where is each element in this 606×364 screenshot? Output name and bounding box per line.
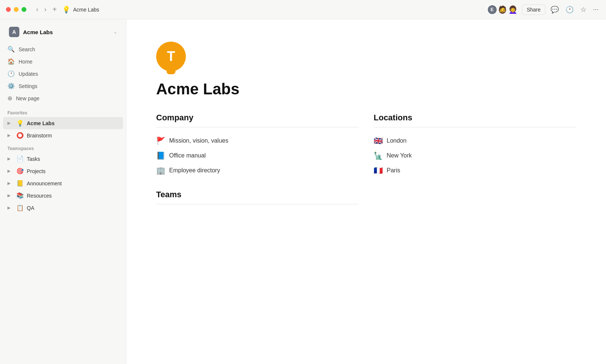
company-section: Company 🚩 Mission, vision, values 📘 Offi… [156, 113, 359, 210]
link-employee-directory[interactable]: 🏢 Employee directory [156, 163, 359, 178]
content-grid: Company 🚩 Mission, vision, values 📘 Offi… [156, 113, 576, 210]
sidebar-item-tasks[interactable]: ▶ 📄 Tasks [3, 153, 123, 165]
chevron-resources-icon: ▶ [7, 193, 13, 198]
company-divider [156, 127, 359, 127]
chevron-qa-icon: ▶ [7, 205, 13, 210]
sidebar-projects-label: Projects [27, 168, 46, 174]
sidebar: A Acme Labs ⌄ 🔍 Search 🏠 Home 🕐 Updates … [0, 19, 126, 364]
avatar-emoji-2: 👩‍🦱 [508, 4, 518, 15]
link-paris[interactable]: 🇫🇷 Paris [374, 163, 576, 178]
window-controls [6, 7, 26, 12]
main-layout: A Acme Labs ⌄ 🔍 Search 🏠 Home 🕐 Updates … [0, 19, 606, 364]
projects-icon: 🎯 [16, 168, 24, 175]
page-bulb-icon: T [167, 49, 175, 64]
settings-icon: ⚙️ [7, 82, 15, 90]
comment-button[interactable]: 💬 [549, 4, 560, 15]
sidebar-item-search[interactable]: 🔍 Search [3, 43, 123, 55]
history-button[interactable]: 🕐 [564, 4, 575, 15]
avatar-group: E 🧔 👩‍🦱 [487, 4, 518, 15]
more-button[interactable]: ··· [592, 4, 600, 15]
chevron-projects-icon: ▶ [7, 169, 13, 173]
favorites-section-title: Favorites [0, 106, 126, 117]
office-manual-label: Office manual [169, 152, 206, 159]
workspace-chevron-icon: ⌄ [113, 29, 117, 35]
sidebar-tasks-label: Tasks [27, 156, 40, 162]
chevron-brainstorm-icon: ▶ [7, 133, 13, 138]
titlebar-nav: ‹ › + [34, 4, 59, 15]
resources-icon: 📚 [16, 192, 24, 199]
sidebar-qa-label: QA [27, 205, 34, 211]
workspace-name: Acme Labs [23, 29, 53, 35]
titlebar-page-title: Acme Labs [73, 7, 99, 13]
sidebar-item-new-page[interactable]: ⊕ New page [3, 92, 123, 104]
link-new-york[interactable]: 🗽 New York [374, 148, 576, 163]
tasks-icon: 📄 [16, 155, 24, 162]
forward-button[interactable]: › [42, 4, 49, 15]
locations-heading: Locations [374, 113, 576, 123]
paris-label: Paris [387, 167, 400, 174]
sidebar-nav: 🔍 Search 🏠 Home 🕐 Updates ⚙️ Settings ⊕ … [0, 42, 126, 106]
acme-labs-icon: 💡 [16, 120, 24, 127]
titlebar-title: 💡 Acme Labs [62, 6, 99, 14]
sidebar-item-announcement[interactable]: ▶ 📒 Announcement [3, 177, 123, 189]
titlebar-left: ‹ › + 💡 Acme Labs [6, 4, 132, 15]
workspace-icon: A [9, 27, 19, 37]
sidebar-item-qa[interactable]: ▶ 📋 QA [3, 202, 123, 214]
home-icon: 🏠 [7, 58, 15, 65]
search-icon: 🔍 [7, 46, 15, 53]
sidebar-item-search-label: Search [19, 46, 35, 52]
chevron-announcement-icon: ▶ [7, 181, 13, 186]
employee-directory-icon: 🏢 [156, 166, 165, 175]
office-manual-icon: 📘 [156, 151, 165, 160]
announcement-icon: 📒 [16, 180, 24, 187]
avatar-e: E [487, 4, 497, 15]
share-button[interactable]: Share [522, 4, 545, 15]
paris-icon: 🇫🇷 [374, 166, 383, 175]
mission-label: Mission, vision, values [169, 137, 228, 144]
minimize-button[interactable] [14, 7, 19, 12]
brainstorm-icon: ⭕ [16, 132, 24, 139]
sidebar-item-projects[interactable]: ▶ 🎯 Projects [3, 165, 123, 177]
sidebar-item-home-label: Home [19, 59, 32, 65]
mission-icon: 🚩 [156, 136, 165, 145]
chevron-tasks-icon: ▶ [7, 156, 13, 161]
sidebar-brainstorm-label: Brainstorm [27, 133, 52, 139]
teamspaces-section-title: Teamspaces [0, 142, 126, 153]
titlebar-right: E 🧔 👩‍🦱 Share 💬 🕐 ☆ ··· [487, 4, 600, 15]
sidebar-item-resources[interactable]: ▶ 📚 Resources [3, 189, 123, 202]
sidebar-item-acme-labs[interactable]: ▶ 💡 Acme Labs [3, 117, 123, 129]
locations-section: Locations 🇬🇧 London 🗽 New York 🇫🇷 Paris [374, 113, 576, 210]
avatar-emoji-1: 🧔 [497, 4, 508, 15]
link-mission[interactable]: 🚩 Mission, vision, values [156, 133, 359, 148]
company-heading: Company [156, 113, 359, 123]
qa-icon: 📋 [16, 204, 24, 211]
maximize-button[interactable] [22, 7, 26, 12]
teams-section: Teams [156, 190, 359, 204]
sidebar-item-home[interactable]: 🏠 Home [3, 55, 123, 68]
link-london[interactable]: 🇬🇧 London [374, 133, 576, 148]
sidebar-item-new-page-label: New page [16, 95, 39, 101]
titlebar: ‹ › + 💡 Acme Labs E 🧔 👩‍🦱 Share 💬 🕐 ☆ ··… [0, 0, 606, 19]
new-york-label: New York [387, 152, 412, 159]
workspace-header[interactable]: A Acme Labs ⌄ [3, 24, 123, 40]
back-button[interactable]: ‹ [34, 4, 41, 15]
titlebar-page-icon: 💡 [62, 6, 70, 14]
locations-divider [374, 127, 576, 127]
sidebar-item-updates[interactable]: 🕐 Updates [3, 68, 123, 80]
close-button[interactable] [6, 7, 11, 12]
content-area: T Acme Labs Company 🚩 Mission, vision, v… [126, 19, 606, 364]
sidebar-item-brainstorm[interactable]: ▶ ⭕ Brainstorm [3, 129, 123, 142]
employee-directory-label: Employee directory [169, 167, 220, 174]
sidebar-acme-labs-label: Acme Labs [27, 120, 55, 126]
sidebar-item-settings-label: Settings [19, 83, 38, 89]
new-page-icon: ⊕ [7, 95, 12, 102]
sidebar-resources-label: Resources [27, 193, 52, 199]
sidebar-announcement-label: Announcement [27, 181, 62, 186]
sidebar-item-settings[interactable]: ⚙️ Settings [3, 80, 123, 92]
link-office-manual[interactable]: 📘 Office manual [156, 148, 359, 163]
star-button[interactable]: ☆ [579, 4, 588, 15]
london-label: London [387, 137, 406, 144]
chevron-acme-labs-icon: ▶ [7, 121, 13, 126]
add-page-button[interactable]: + [50, 4, 59, 15]
new-york-icon: 🗽 [374, 151, 383, 160]
